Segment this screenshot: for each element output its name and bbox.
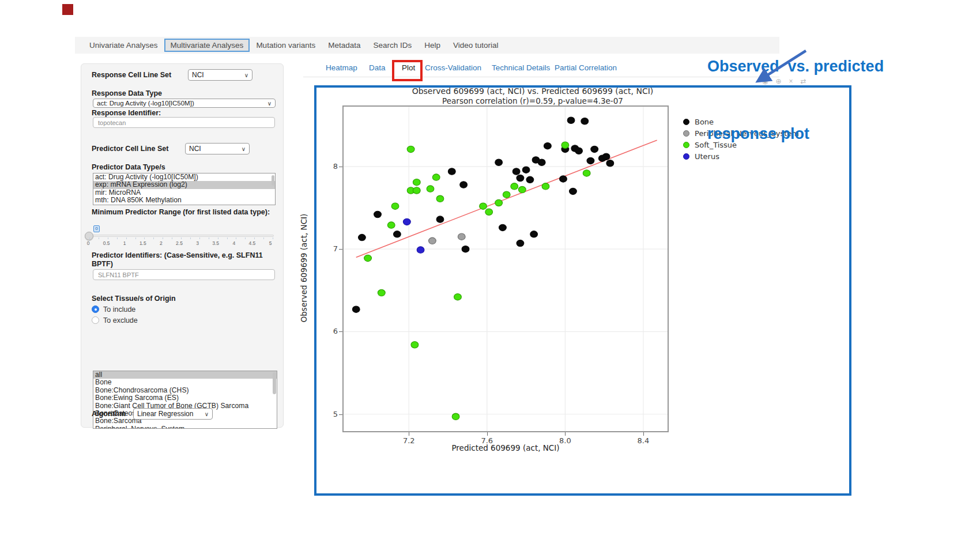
algorithm-select[interactable]: Linear Regression∨: [133, 408, 213, 420]
data-point-bone[interactable]: [460, 182, 468, 188]
data-point-soft-tissue[interactable]: [436, 195, 444, 202]
radio-button-icon[interactable]: [92, 316, 99, 324]
y-tick-mark: [339, 249, 342, 250]
data-point-soft-tissue[interactable]: [495, 199, 503, 206]
data-point-peripheral-nervous-system[interactable]: [429, 237, 436, 244]
nav-item-univariate-analyses[interactable]: Univariate Analyses: [83, 39, 164, 52]
predictor-cell-line-set-select[interactable]: NCI∨: [185, 143, 250, 154]
tissue-option-peripheral-nervous-system[interactable]: Peripheral_Nervous_System: [93, 425, 277, 429]
nav-item-metadata[interactable]: Metadata: [322, 39, 367, 52]
data-point-soft-tissue[interactable]: [432, 174, 440, 180]
data-point-bone[interactable]: [526, 176, 534, 183]
data-point-bone[interactable]: [499, 224, 507, 231]
data-point-bone[interactable]: [393, 231, 401, 237]
data-point-bone[interactable]: [448, 168, 455, 175]
data-point-uterus[interactable]: [417, 247, 424, 253]
data-point-soft-tissue[interactable]: [413, 179, 420, 185]
app-window: Univariate AnalysesMultivariate Analyses…: [0, 0, 980, 551]
slider-tick-label: 3: [192, 240, 203, 246]
data-point-bone[interactable]: [544, 142, 551, 149]
option-mth-dna-850k-methylation[interactable]: mth: DNA 850K Methylation: [93, 197, 275, 204]
data-point-soft-tissue[interactable]: [452, 413, 459, 420]
tissue-option-bone[interactable]: Bone: [93, 379, 277, 386]
slider-tick-mark: [236, 237, 236, 239]
data-point-bone[interactable]: [436, 216, 444, 222]
data-point-bone[interactable]: [602, 153, 610, 160]
data-point-soft-tissue[interactable]: [480, 203, 487, 209]
data-point-bone[interactable]: [570, 188, 577, 194]
tissue-option-bone-ewing-sarcoma-es[interactable]: Bone:Ewing Sarcoma (ES): [93, 394, 277, 402]
data-point-soft-tissue[interactable]: [542, 183, 549, 190]
data-point-soft-tissue[interactable]: [511, 183, 518, 190]
data-point-soft-tissue[interactable]: [518, 186, 526, 193]
data-point-bone[interactable]: [591, 146, 598, 152]
y-tick-mark: [339, 414, 342, 415]
data-point-bone[interactable]: [581, 118, 589, 124]
data-point-bone[interactable]: [567, 117, 575, 123]
nav-item-mutation-variants[interactable]: Mutation variants: [250, 39, 322, 52]
data-point-soft-tissue[interactable]: [454, 293, 462, 300]
data-point-bone[interactable]: [495, 159, 503, 165]
data-point-soft-tissue[interactable]: [583, 170, 590, 176]
tissue-option-bone-chondrosarcoma-chs[interactable]: Bone:Chondrosarcoma (CHS): [93, 387, 277, 394]
x-tick-mark: [409, 432, 409, 436]
radio-to-exclude[interactable]: To exclude: [92, 316, 138, 324]
data-point-soft-tissue[interactable]: [413, 187, 420, 194]
data-point-bone[interactable]: [522, 167, 530, 173]
tab-technical-details[interactable]: Technical Details: [492, 63, 550, 72]
tab-partial-correlation[interactable]: Partial Correlation: [555, 63, 617, 72]
response-identifier-input[interactable]: topotecan: [93, 117, 275, 128]
data-point-uterus[interactable]: [403, 218, 410, 225]
slide-annotation: Observed vs. predicted response plot: [707, 10, 884, 190]
data-point-soft-tissue[interactable]: [407, 146, 414, 152]
data-point-bone[interactable]: [462, 246, 469, 252]
slider-tick-label: 4.5: [246, 240, 258, 246]
y-tick-label: 6: [323, 327, 338, 335]
slider-tick-mark: [89, 237, 90, 239]
data-point-soft-tissue[interactable]: [427, 186, 434, 192]
option-act-drug-activity-log10-ic50m[interactable]: act: Drug Activity (-log10[IC50M]): [93, 173, 275, 181]
data-point-bone[interactable]: [560, 176, 567, 182]
radio-button-icon[interactable]: [92, 305, 99, 313]
data-point-soft-tissue[interactable]: [364, 255, 372, 261]
data-point-soft-tissue[interactable]: [503, 191, 510, 198]
nav-item-video-tutorial[interactable]: Video tutorial: [447, 39, 505, 52]
response-cell-line-set-select[interactable]: NCI∨: [188, 69, 252, 81]
data-point-bone[interactable]: [352, 306, 360, 312]
predictor-data-types-listbox[interactable]: act: Drug Activity (-log10[IC50M])exp: m…: [93, 173, 276, 205]
tissue-option-all[interactable]: all: [93, 371, 277, 379]
data-point-bone[interactable]: [512, 168, 520, 175]
data-point-soft-tissue[interactable]: [387, 222, 395, 228]
data-point-bone[interactable]: [374, 211, 382, 217]
data-point-bone[interactable]: [538, 159, 545, 165]
data-point-bone[interactable]: [517, 175, 524, 181]
data-point-soft-tissue[interactable]: [411, 342, 419, 348]
data-point-bone[interactable]: [575, 148, 583, 154]
tissue-origin-listbox[interactable]: allBoneBone:Chondrosarcoma (CHS)Bone:Ewi…: [93, 371, 277, 429]
data-point-soft-tissue[interactable]: [485, 209, 493, 215]
data-point-bone[interactable]: [587, 157, 594, 164]
data-point-bone[interactable]: [358, 234, 365, 240]
data-point-soft-tissue[interactable]: [391, 203, 399, 209]
option-exp-mrna-expression-log2[interactable]: exp: mRNA Expression (log2): [93, 181, 275, 188]
min-predictor-range-slider[interactable]: [89, 235, 274, 237]
data-point-soft-tissue[interactable]: [561, 142, 569, 148]
data-point-bone[interactable]: [530, 231, 538, 237]
data-point-bone[interactable]: [517, 240, 524, 246]
tab-cross-validation[interactable]: Cross-Validation: [425, 63, 481, 72]
option-mir-microrna[interactable]: mir: MicroRNA: [93, 189, 275, 197]
tab-heatmap[interactable]: Heatmap: [326, 63, 357, 72]
data-point-soft-tissue[interactable]: [378, 289, 385, 296]
scrollbar-thumb[interactable]: [273, 372, 276, 394]
response-data-type-select[interactable]: act: Drug Activity (-log10[IC50M])∨: [93, 99, 276, 108]
data-point-peripheral-nervous-system[interactable]: [458, 233, 465, 240]
nav-item-search-ids[interactable]: Search IDs: [367, 39, 418, 52]
radio-to-include[interactable]: To include: [92, 305, 138, 314]
tab-data[interactable]: Data: [369, 63, 386, 72]
nav-item-multivariate-analyses[interactable]: Multivariate Analyses: [164, 39, 250, 52]
predictor-identifiers-input[interactable]: SLFN11 BPTF: [93, 269, 275, 280]
data-point-bone[interactable]: [606, 160, 614, 167]
scrollbar-thumb[interactable]: [272, 175, 274, 186]
nav-item-help[interactable]: Help: [418, 39, 447, 52]
scatter-plot[interactable]: [342, 105, 669, 432]
